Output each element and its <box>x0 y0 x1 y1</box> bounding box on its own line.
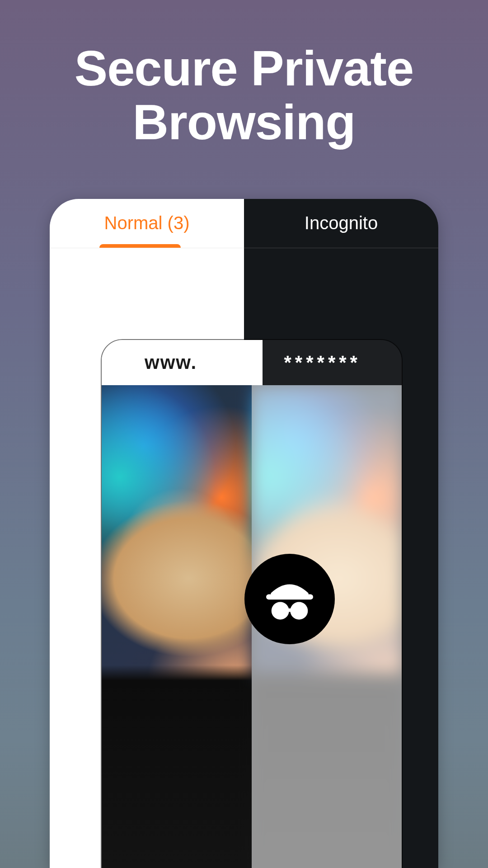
tab-incognito[interactable]: Incognito <box>244 199 438 248</box>
headline-line-2: Browsing <box>75 95 413 149</box>
svg-rect-0 <box>266 594 313 599</box>
phone-mockup: Normal (3) Incognito www. ******* <box>50 199 438 868</box>
incognito-icon <box>244 554 335 644</box>
browser-card-content <box>102 385 402 868</box>
tab-normal-label: Normal (3) <box>104 213 190 233</box>
tabs-divider-left <box>50 248 244 249</box>
tab-incognito-label: Incognito <box>305 213 378 233</box>
svg-point-1 <box>272 602 289 619</box>
incognito-icon-svg <box>260 570 319 628</box>
photo-normal-half <box>102 385 252 868</box>
headline-line-1: Secure Private <box>75 42 413 95</box>
page-headline: Secure Private Browsing <box>75 42 413 149</box>
svg-rect-3 <box>287 608 292 612</box>
browser-card-header: www. ******* <box>102 340 402 385</box>
tabs-bar: Normal (3) Incognito <box>50 199 438 248</box>
svg-point-2 <box>290 602 308 619</box>
tab-normal-underline <box>99 244 181 248</box>
browser-card: www. ******* <box>101 339 403 868</box>
tab-normal[interactable]: Normal (3) <box>50 199 244 248</box>
url-normal[interactable]: www. <box>102 340 263 385</box>
url-incognito[interactable]: ******* <box>263 340 402 385</box>
tabs-divider-right <box>244 248 438 249</box>
photo-placeholder-normal <box>102 385 252 868</box>
